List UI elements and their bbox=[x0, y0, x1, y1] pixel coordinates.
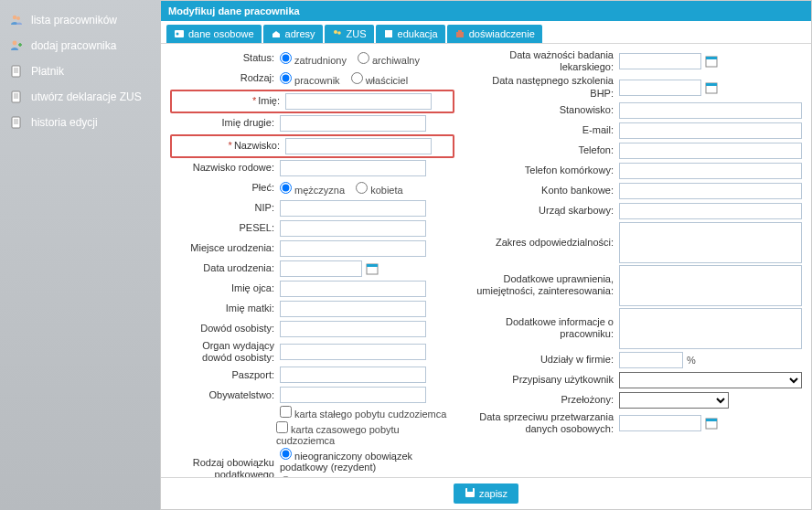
obywatelstwo-input[interactable] bbox=[280, 387, 426, 403]
plec-mezczyzna[interactable]: mężczyzna bbox=[280, 182, 345, 196]
sidebar-item-deklaracje-zus[interactable]: utwórz deklaracje ZUS bbox=[0, 84, 160, 110]
organ-input[interactable] bbox=[280, 344, 426, 360]
email-input[interactable] bbox=[619, 122, 802, 139]
dod-info-textarea[interactable] bbox=[619, 308, 802, 349]
svg-point-1 bbox=[16, 16, 20, 20]
bhp-input[interactable] bbox=[619, 80, 701, 96]
miejsce-ur-input[interactable] bbox=[280, 240, 426, 257]
urzad-input[interactable] bbox=[619, 203, 802, 219]
imie-matki-input[interactable] bbox=[280, 301, 426, 317]
briefcase-icon bbox=[454, 28, 465, 39]
karta-czasowego-checkbox[interactable]: karta czasowego pobytu cudzoziemca bbox=[276, 421, 454, 446]
tab-dane-osobowe[interactable]: dane osobowe bbox=[166, 25, 262, 43]
svg-rect-16 bbox=[706, 57, 717, 59]
sprzeciw-input[interactable] bbox=[619, 415, 701, 431]
svg-rect-11 bbox=[456, 32, 464, 37]
svg-point-7 bbox=[176, 33, 179, 36]
svg-rect-18 bbox=[706, 83, 717, 86]
svg-rect-4 bbox=[12, 91, 20, 102]
id-card-icon bbox=[174, 28, 185, 39]
calendar-icon[interactable] bbox=[705, 417, 718, 430]
imie-label: *Imię: bbox=[176, 95, 285, 107]
svg-point-2 bbox=[13, 41, 17, 46]
tab-label: doświadczenie bbox=[469, 28, 535, 39]
svg-rect-14 bbox=[367, 264, 378, 267]
data-ur-label: Data urodzenia: bbox=[170, 262, 280, 274]
tel-kom-input[interactable] bbox=[619, 163, 802, 179]
save-button[interactable]: zapisz bbox=[454, 483, 518, 504]
document-icon bbox=[9, 90, 24, 104]
imie-ojca-label: Imię ojca: bbox=[170, 282, 280, 294]
svg-rect-22 bbox=[467, 488, 473, 492]
calendar-icon[interactable] bbox=[366, 262, 379, 275]
form-body: Status: zatrudniony archiwalny Rodzaj: p… bbox=[161, 44, 811, 477]
organ-label: Organ wydający dowód osobisty: bbox=[170, 340, 280, 364]
svg-point-9 bbox=[337, 31, 341, 35]
person-add-icon bbox=[9, 38, 24, 53]
svg-point-8 bbox=[334, 30, 337, 34]
nazwisko-label: *Nazwisko: bbox=[176, 140, 285, 152]
sidebar-item-platnik[interactable]: Płatnik bbox=[0, 58, 160, 84]
sidebar-item-dodaj-pracownika[interactable]: dodaj pracownika bbox=[0, 33, 160, 58]
nazwisko-input[interactable] bbox=[285, 138, 432, 154]
karta-stalego-checkbox[interactable]: karta stałego pobytu cudzoziemca bbox=[280, 406, 446, 420]
main-panel: Modyfikuj dane pracownika dane osobowe a… bbox=[160, 0, 812, 510]
imie-ojca-input[interactable] bbox=[280, 281, 426, 297]
status-archiwalny[interactable]: archiwalny bbox=[358, 52, 420, 66]
imie-matki-label: Imię matki: bbox=[170, 303, 280, 314]
obowiazek-rezydent[interactable]: nieograniczony obowiązek podatkowy (rezy… bbox=[280, 448, 454, 473]
save-label: zapisz bbox=[479, 488, 508, 499]
svg-rect-5 bbox=[12, 117, 20, 128]
dod-upr-textarea[interactable] bbox=[619, 265, 802, 306]
nazwisko-rodowe-input[interactable] bbox=[280, 160, 426, 176]
konto-input[interactable] bbox=[619, 183, 802, 199]
konto-label: Konto bankowe: bbox=[473, 185, 619, 197]
tel-kom-label: Telefon komórkowy: bbox=[473, 165, 619, 176]
calendar-icon[interactable] bbox=[705, 81, 718, 94]
form-column-right: Data ważności badania lekarskiego: Data … bbox=[473, 49, 802, 468]
data-ur-input[interactable] bbox=[280, 260, 362, 277]
przelozony-select[interactable] bbox=[619, 392, 729, 409]
paszport-label: Paszport: bbox=[170, 369, 280, 381]
document-icon bbox=[9, 64, 24, 79]
udzialy-input[interactable] bbox=[619, 352, 683, 368]
tab-zus[interactable]: ZUS bbox=[325, 25, 374, 43]
rodzaj-wlasciciel[interactable]: właściciel bbox=[351, 72, 409, 86]
przypisany-select[interactable] bbox=[619, 372, 802, 388]
sidebar-item-label: historia edycji bbox=[31, 116, 98, 129]
imie-input[interactable] bbox=[285, 93, 432, 110]
svg-rect-10 bbox=[385, 30, 392, 37]
tab-edukacja[interactable]: edukacja bbox=[376, 25, 445, 43]
imie-drugie-input[interactable] bbox=[280, 115, 426, 132]
sidebar-item-lista-pracownikow[interactable]: lista pracowników bbox=[0, 7, 160, 33]
dowod-input[interactable] bbox=[280, 321, 426, 337]
sidebar-item-label: lista pracowników bbox=[31, 14, 117, 27]
rodzaj-pracownik[interactable]: pracownik bbox=[280, 72, 340, 86]
status-zatrudniony[interactable]: zatrudniony bbox=[280, 52, 347, 66]
calendar-icon[interactable] bbox=[705, 55, 718, 68]
sprzeciw-label: Data sprzeciwu przetwarzania danych osob… bbox=[473, 411, 619, 435]
book-icon bbox=[383, 28, 394, 39]
svg-point-0 bbox=[13, 16, 16, 19]
panel-title: Modyfikuj dane pracownika bbox=[161, 1, 811, 21]
stanowisko-input[interactable] bbox=[619, 102, 802, 119]
zakres-textarea[interactable] bbox=[619, 222, 802, 263]
lekarz-label: Data ważności badania lekarskiego: bbox=[473, 49, 619, 73]
obywatelstwo-label: Obywatelstwo: bbox=[170, 389, 280, 401]
dod-info-label: Dodatkowe informacje o pracowniku: bbox=[473, 316, 619, 340]
sidebar-item-label: Płatnik bbox=[31, 65, 64, 78]
zakres-label: Zakres odpowiedzialności: bbox=[473, 237, 619, 249]
tab-label: edukacja bbox=[398, 28, 438, 39]
plec-kobieta[interactable]: kobieta bbox=[356, 182, 403, 196]
tab-doswiadczenie[interactable]: doświadczenie bbox=[447, 25, 542, 43]
przelozony-label: Przełożony: bbox=[473, 394, 619, 406]
tab-adresy[interactable]: adresy bbox=[263, 25, 323, 43]
lekarz-input[interactable] bbox=[619, 53, 701, 69]
sidebar-item-historia-edycji[interactable]: historia edycji bbox=[0, 110, 160, 135]
pesel-input[interactable] bbox=[280, 220, 426, 237]
email-label: E-mail: bbox=[473, 124, 619, 136]
telefon-input[interactable] bbox=[619, 143, 802, 159]
paszport-input[interactable] bbox=[280, 367, 426, 383]
rodzaj-label: Rodzaj: bbox=[170, 72, 280, 84]
nip-input[interactable] bbox=[280, 200, 426, 217]
